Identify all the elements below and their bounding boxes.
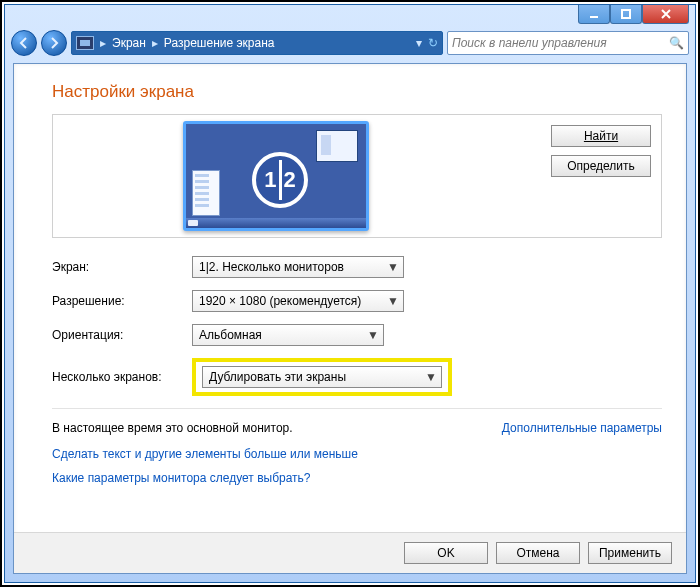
minimize-button[interactable] [578,5,610,24]
breadcrumb-seg-1[interactable]: Экран [112,36,146,50]
label-orientation: Ориентация: [52,328,192,342]
dialog-footer: OK Отмена Применить [14,532,686,573]
label-resolution: Разрешение: [52,294,192,308]
chevron-down-icon: ▼ [387,294,399,308]
chevron-right-icon: ▸ [100,36,106,50]
breadcrumb-seg-2[interactable]: Разрешение экрана [164,36,275,50]
resolution-select[interactable]: 1920 × 1080 (рекомендуется) ▼ [192,290,404,312]
chevron-down-icon: ▼ [367,328,379,342]
text-size-link[interactable]: Сделать текст и другие элементы больше и… [52,447,662,461]
screen-select[interactable]: 1|2. Несколько мониторов ▼ [192,256,404,278]
identify-button[interactable]: Определить [551,155,651,177]
primary-monitor-status: В настоящее время это основной монитор. [52,421,293,435]
advanced-settings-link[interactable]: Дополнительные параметры [502,421,662,435]
orientation-select[interactable]: Альбомная ▼ [192,324,384,346]
chevron-down-icon[interactable]: ▾ [416,36,422,50]
search-icon: 🔍 [669,36,684,50]
screen-select-value: 1|2. Несколько мониторов [199,260,344,274]
nav-back-button[interactable] [11,30,37,56]
apply-button[interactable]: Применить [588,542,672,564]
titlebar [5,5,695,29]
chevron-down-icon: ▼ [387,260,399,274]
chevron-down-icon: ▼ [425,370,437,384]
monitor-id-2: 2 [284,167,296,193]
resolution-select-value: 1920 × 1080 (рекомендуется) [199,294,361,308]
close-button[interactable] [642,5,689,24]
display-preview: 1 2 Найти Определить [52,114,662,238]
search-placeholder: Поиск в панели управления [452,36,607,50]
control-panel-icon [76,36,94,50]
search-input[interactable]: Поиск в панели управления 🔍 [447,31,689,55]
multi-display-highlight: Дублировать эти экраны ▼ [192,358,452,396]
monitor-id-badge: 1 2 [252,152,308,208]
window-thumb-icon [316,130,358,162]
refresh-icon[interactable]: ↻ [428,36,438,50]
which-settings-link[interactable]: Какие параметры монитора следует выбрать… [52,471,662,485]
monitor-thumbnail[interactable]: 1 2 [183,121,369,231]
content-panel: Настройки экрана 1 2 [13,63,687,574]
taskbar-icon [186,218,366,228]
maximize-button[interactable] [610,5,642,24]
cancel-button[interactable]: Отмена [496,542,580,564]
multi-display-value: Дублировать эти экраны [209,370,346,384]
multi-display-select[interactable]: Дублировать эти экраны ▼ [202,366,442,388]
svg-rect-1 [622,10,630,18]
svg-rect-0 [590,16,598,18]
address-bar[interactable]: ▸ Экран ▸ Разрешение экрана ▾ ↻ [71,31,443,55]
nav-forward-button[interactable] [41,30,67,56]
ok-button[interactable]: OK [404,542,488,564]
orientation-select-value: Альбомная [199,328,262,342]
start-menu-icon [192,170,220,216]
monitor-id-1: 1 [264,167,276,193]
page-title: Настройки экрана [52,82,662,102]
find-button[interactable]: Найти [551,125,651,147]
label-multi: Несколько экранов: [52,370,192,384]
navbar: ▸ Экран ▸ Разрешение экрана ▾ ↻ Поиск в … [5,29,695,61]
label-screen: Экран: [52,260,192,274]
chevron-right-icon: ▸ [152,36,158,50]
